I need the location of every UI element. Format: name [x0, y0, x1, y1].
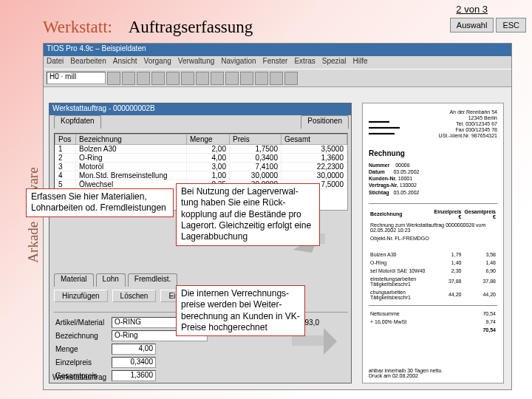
toolbar-icon[interactable] [122, 72, 135, 85]
slide-title: Werkstatt: Auftragserfassung [43, 18, 253, 37]
col-pos: Pos [55, 134, 76, 145]
toolbar-icon[interactable] [240, 72, 253, 85]
invoice-sum: Nettosumme70,54 + 16,00% MwSt9,74 70,54 [369, 309, 497, 335]
menu-item[interactable]: Ansicht [113, 57, 137, 68]
arrow-icon [324, 328, 337, 355]
col-menge: Menge [187, 134, 230, 145]
toolbar-combo[interactable]: H0 · mill [47, 72, 106, 84]
hinzufuegen-button[interactable]: Hinzufügen [54, 290, 108, 302]
status-bar: Werkstattauftrag [52, 373, 106, 381]
invoice-meta: Nummer 00008 Datum 03.05.2002 Kunden-Nr.… [369, 162, 497, 195]
menu-item[interactable]: Navigation [221, 57, 256, 68]
artikel-label: Artikel/Material [54, 318, 112, 327]
callout-materials: Erfassen Sie hier Materialien, Lohnarbei… [26, 188, 174, 217]
toolbar-icon[interactable] [270, 72, 283, 85]
toolbar-icon[interactable] [255, 72, 268, 85]
subwindow-tabs: Kopfdaten Positionen [50, 115, 351, 129]
col-bez: Bezeichnung [76, 134, 187, 145]
callout-lager: Bei Nutzung der Lagerverwal- tung haben … [176, 183, 320, 246]
menu-item[interactable]: Vorgang [144, 57, 171, 68]
app-toolbar: H0 · mill [44, 69, 511, 87]
menu-item[interactable]: Hilfe [353, 57, 368, 68]
ep-field[interactable]: 0,3400 [112, 357, 156, 368]
invoice-title: Rechnung [369, 149, 497, 157]
invoice-lines: BezeichnungEinzelpreis €Gesamtpreis € Re… [369, 207, 497, 302]
nav-buttons: Auswahl ESC [450, 18, 526, 33]
title-prefix: Werkstatt: [43, 18, 112, 36]
toolbar-icon[interactable] [137, 72, 150, 85]
app-titlebar: TIOS Pro 4.9c – Beispieldaten [44, 44, 511, 56]
toolbar-icon[interactable] [151, 72, 165, 85]
bez-label: Bezeichnung [54, 332, 112, 340]
title-main: Auftragserfassung [129, 18, 253, 36]
toolbar-icon[interactable] [181, 72, 194, 85]
app-menubar: Datei Bearbeiten Ansicht Vorgang Verwalt… [44, 56, 511, 69]
invoice-preview: An der Rennbahn 54 12345 Berlin Tel. 030… [362, 103, 504, 383]
callout-preise: Die internen Verrechnungs- preise werden… [176, 285, 305, 336]
col-preis: Preis [230, 134, 282, 145]
loeschen-button[interactable]: Löschen [112, 290, 157, 302]
menge-label: Menge [54, 345, 112, 353]
table-row[interactable]: 3Motoröl3,007,410022,2300 [55, 163, 347, 171]
toolbar-icon[interactable] [284, 72, 298, 85]
menu-item[interactable]: Verwaltung [178, 57, 214, 68]
menu-item[interactable]: Fenster [263, 57, 288, 68]
ep-label: Einzelpreis [54, 358, 112, 366]
toolbar-icon[interactable] [166, 72, 180, 85]
toolbar-icon[interactable] [196, 72, 209, 85]
col-gesamt: Gesamt [282, 134, 347, 145]
menu-item[interactable]: Bearbeiten [70, 57, 106, 68]
table-row[interactable]: 2O-Ring4,000,34001,3600 [55, 154, 347, 163]
menu-item[interactable]: Extras [294, 57, 315, 68]
tab-kopfdaten[interactable]: Kopfdaten [54, 115, 101, 129]
page-counter: 2 von 3 [456, 4, 488, 15]
entry-type-tabs: Material Lohn Fremdleist. [54, 273, 180, 287]
menge-field[interactable]: 4,00 [112, 344, 156, 355]
bestand-value: 93,0 [304, 318, 318, 327]
table-row[interactable]: 4Mon.Std. Bremseinstellung1,0030,000030,… [55, 171, 347, 180]
menu-item[interactable]: Spezial [322, 57, 347, 68]
tab-material[interactable]: Material [54, 273, 94, 287]
tab-lohn[interactable]: Lohn [96, 273, 126, 287]
invoice-footer: ahlbar innerhalb 30 Tagen netto. Druck a… [369, 368, 443, 378]
auswahl-button[interactable]: Auswahl [450, 18, 494, 33]
toolbar-icon[interactable] [225, 72, 239, 85]
tab-positionen[interactable]: Positionen [301, 115, 349, 129]
subwindow-title: Werkstattauftrag - 000000002B [50, 103, 351, 115]
toolbar-icon[interactable] [211, 72, 224, 85]
tab-fremdleist[interactable]: Fremdleist. [128, 273, 177, 287]
gp-field[interactable]: 1,3600 [112, 370, 156, 381]
artikel-field[interactable]: O-RING [112, 317, 178, 328]
table-row[interactable]: 1Bolzen A302,001,75003,5000 [55, 145, 347, 154]
invoice-own-addr: An der Rennbahn 54 12345 Berlin Tel. 030… [439, 109, 497, 139]
toolbar-icon[interactable] [107, 72, 120, 85]
esc-button[interactable]: ESC [496, 18, 526, 33]
menu-item[interactable]: Datei [47, 57, 64, 68]
